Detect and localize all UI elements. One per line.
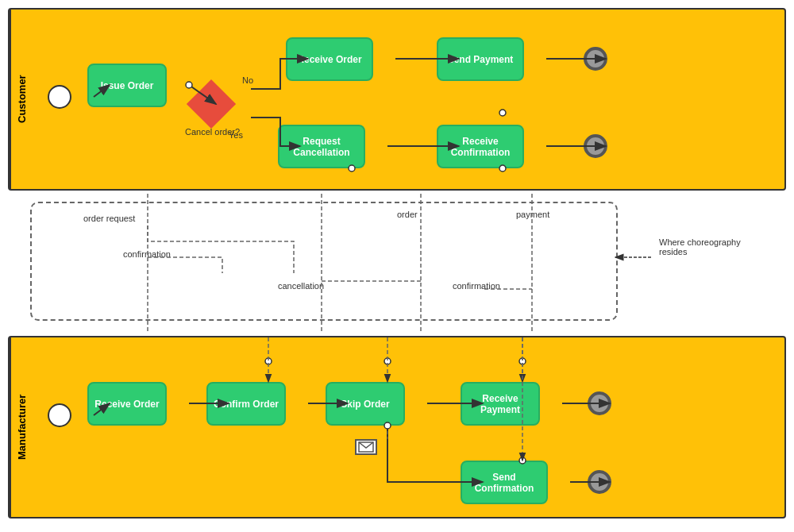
confirm-order-task[interactable]: Confirm Order bbox=[206, 382, 286, 426]
message-icon bbox=[355, 439, 377, 455]
svg-point-9 bbox=[186, 82, 192, 88]
send-payment-task[interactable]: Send Payment bbox=[437, 37, 524, 81]
manufacturer-swimlane: Manufacturer Receive Order Confirm Order… bbox=[8, 336, 786, 519]
customer-lane-label: Customer bbox=[10, 10, 32, 189]
choreography-area: order request confirmation cancellation … bbox=[8, 194, 786, 333]
customer-swimlane: Customer Issue Order Cancel order? No Ye… bbox=[8, 8, 786, 191]
manufacturer-content: Receive Order Confirm Order Skip Order R… bbox=[32, 337, 784, 517]
manufacturer-start-event bbox=[48, 403, 71, 427]
receive-payment-task[interactable]: Receive Payment bbox=[461, 382, 540, 426]
customer-start-event bbox=[48, 85, 71, 109]
issue-order-task[interactable]: Issue Order bbox=[87, 64, 167, 107]
choreo-arrow-svg bbox=[8, 194, 786, 333]
manufacturer-end-top bbox=[588, 391, 611, 415]
send-confirmation-task[interactable]: Send Confirmation bbox=[461, 461, 548, 504]
manufacturer-lane-label: Manufacturer bbox=[10, 337, 32, 517]
customer-end-top bbox=[584, 47, 607, 71]
receive-order-task[interactable]: Receive Order bbox=[286, 37, 373, 81]
receive-order-m-task[interactable]: Receive Order bbox=[87, 382, 167, 426]
manufacturer-end-bottom bbox=[588, 470, 611, 494]
customer-content: Issue Order Cancel order? No Yes Receive… bbox=[32, 10, 784, 189]
gateway-cancel[interactable] bbox=[187, 79, 236, 129]
yes-label: Yes bbox=[229, 130, 243, 140]
request-cancellation-task[interactable]: Request Cancellation bbox=[278, 125, 365, 168]
svg-point-23 bbox=[265, 358, 272, 364]
svg-point-24 bbox=[384, 358, 391, 364]
svg-point-8 bbox=[499, 110, 506, 116]
svg-point-25 bbox=[519, 358, 526, 364]
customer-end-bottom bbox=[584, 134, 607, 158]
skip-order-task[interactable]: Skip Order bbox=[326, 382, 405, 426]
receive-confirmation-task[interactable]: Receive Confirmation bbox=[437, 125, 524, 168]
diagram-container: Customer Issue Order Cancel order? No Ye… bbox=[8, 8, 786, 519]
no-label: No bbox=[242, 75, 253, 85]
